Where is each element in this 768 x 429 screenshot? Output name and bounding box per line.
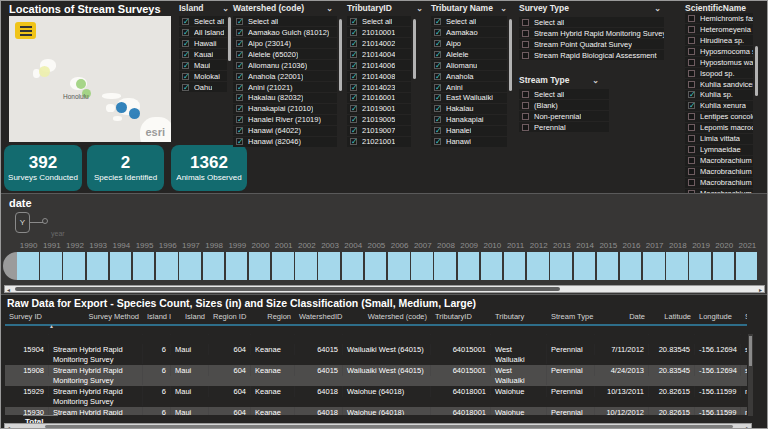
slicer-item[interactable]: Select all [519,17,664,27]
timeline-scroll-thumb[interactable] [15,287,560,291]
slicer-item[interactable]: Kauai [179,49,227,59]
slicer-item[interactable]: Hypostomus watwata [685,57,753,67]
slicer-item[interactable]: Hanakapiai [431,115,507,125]
slicer-item[interactable]: All Island [179,27,227,37]
map[interactable]: Honolulu esri [9,16,171,142]
timeline-year-block[interactable] [342,252,364,280]
slicer-item[interactable]: Anini [431,82,507,92]
timeline-year-block[interactable] [689,252,711,280]
slicer-item[interactable]: Kuhlia xenura [685,101,753,111]
scientific-name-scrollbar[interactable] [755,46,758,96]
timeline-year-block[interactable] [434,252,456,280]
table-column-header[interactable]: Date [595,312,649,321]
slicer-item[interactable]: Maui [179,60,227,70]
table-column-header[interactable]: Stream Type [547,312,595,321]
map-point-blue-2[interactable] [129,108,140,119]
slicer-item[interactable]: Aipo [431,38,507,48]
table-vertical-scrollbar[interactable] [748,334,753,416]
scroll-left-icon[interactable]: ◂ [7,286,10,293]
slicer-item[interactable]: Hanawi (64022) [233,126,337,136]
chevron-down-icon[interactable]: ⌄ [222,4,229,13]
slicer-item[interactable]: Molokai [179,71,227,81]
tributary-name-scrollbar[interactable] [509,19,512,91]
slicer-item[interactable]: Oahu [179,82,227,92]
slicer-item[interactable]: 21014002 [347,38,411,48]
table-hscroll-thumb[interactable] [45,425,733,428]
slicer-item[interactable]: Stream Hybrid Rapid Monitoring Survey [519,28,664,38]
slicer-item[interactable]: Lymnaeidae [685,145,753,155]
slicer-item[interactable]: Kuhlia sandvicensis [685,79,753,89]
slicer-item[interactable]: Alelele [431,49,507,59]
slicer-item[interactable]: Aliomanu (21036) [233,60,337,70]
slicer-item[interactable]: Aipo (23014) [233,38,337,48]
slicer-item[interactable]: Aamakao [431,27,507,37]
table-column-header[interactable]: TributaryID [431,312,491,321]
table-column-header[interactable]: Longitude [695,312,741,321]
timeline-scrollbar[interactable]: ◂ ▸ [4,285,765,293]
scroll-left-icon[interactable]: ◂ [7,424,10,429]
table-column-header[interactable]: Latitude [649,312,695,321]
sort-ascending-icon[interactable]: ▲ [49,323,54,329]
chevron-down-icon[interactable]: ⌄ [500,4,507,13]
timeline-year-block[interactable] [17,252,39,280]
scroll-right-icon[interactable]: ▸ [759,286,762,293]
map-point-green-1[interactable] [76,79,86,89]
slicer-item[interactable]: Stream Point Quadrat Survey [519,39,664,49]
table-column-header[interactable]: Region [251,312,295,321]
table-column-header[interactable]: Tributary [491,312,547,321]
timeline-year-block[interactable] [458,252,480,280]
table-horizontal-scrollbar[interactable]: ◂ ▸ [4,423,752,429]
table-column-header[interactable]: Survey ID [5,312,49,321]
timeline-year-block[interactable] [272,252,294,280]
slicer-item[interactable]: Hanakapiai (21010) [233,104,337,114]
slicer-item[interactable]: 21019007 [347,126,411,136]
slicer-item[interactable]: Non-perennial [519,111,609,121]
slicer-item[interactable]: Alelele (65020) [233,49,337,59]
slicer-item[interactable]: 21016001 [347,93,411,103]
timeline-year-block[interactable] [643,252,665,280]
esri-attribution[interactable]: esri [145,126,165,138]
timeline-year-block[interactable] [110,252,132,280]
timeline-year-block[interactable] [156,252,178,280]
slicer-item[interactable]: Hanalei River (21019) [233,115,337,125]
slicer-item[interactable]: Perennial [519,122,609,132]
timeline-year-block[interactable] [713,252,735,280]
slicer-item[interactable]: 21014006 [347,60,411,70]
timeline-year-block[interactable] [597,252,619,280]
slicer-item[interactable]: Hyposmocoma sp. [685,46,753,56]
chevron-down-icon[interactable]: ⌄ [654,4,661,13]
slicer-item[interactable]: 21019001 [347,104,411,114]
table-column-header[interactable]: WatershedID [295,312,343,321]
chevron-down-icon[interactable]: ⌄ [326,4,333,13]
slicer-item[interactable]: Limia vittata [685,134,753,144]
slicer-item[interactable]: Macrobrachium lar [685,167,753,177]
timeline-year-block[interactable] [295,252,317,280]
map-point-blue-1[interactable] [116,102,127,113]
timeline-year-block[interactable] [736,252,758,280]
timeline-year-block[interactable] [365,252,387,280]
slicer-item[interactable]: Stream Rapid Biological Assessment [519,50,664,60]
slicer-item[interactable]: 21014023 [347,82,411,92]
slicer-item[interactable]: Macrobrachium gran [685,156,753,166]
slicer-item[interactable]: Select all [431,16,507,26]
slicer-item[interactable]: Anahola (22001) [233,71,337,81]
slicer-item[interactable]: Heteromeyenia baileyi [685,24,753,34]
chevron-down-icon[interactable]: ⌄ [416,4,423,13]
slicer-item[interactable]: Hanawi (82046) [233,137,337,147]
timeline-year-block[interactable] [550,252,572,280]
slicer-item[interactable]: Hawaii [179,38,227,48]
chevron-down-icon[interactable]: ⌄ [592,76,599,85]
table-column-header[interactable]: SE [741,312,747,321]
granularity-toggle[interactable]: Y [15,212,30,233]
timeline-year-block[interactable] [666,252,688,280]
timeline-year-block[interactable] [481,252,503,280]
timeline-year-block[interactable] [504,252,526,280]
timeline-year-block[interactable] [133,252,155,280]
table-column-header[interactable]: Survey Method [49,312,143,321]
slicer-item[interactable]: Select all [347,16,411,26]
slicer-item[interactable]: Select all [233,16,337,26]
island-scrollbar[interactable] [228,17,231,61]
slicer-item[interactable]: Aliomanu [431,60,507,70]
slicer-item[interactable]: Lepomis macrochirus [685,123,753,133]
table-column-header[interactable]: Island ID [143,312,171,321]
